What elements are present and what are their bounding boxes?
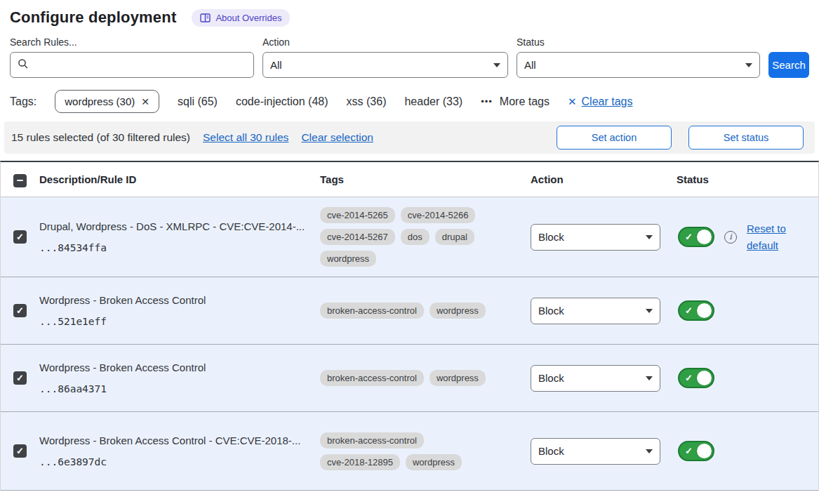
clear-selection-link[interactable]: Clear selection — [301, 131, 373, 144]
tag-filter-xss[interactable]: xss (36) — [347, 95, 387, 108]
set-action-button[interactable]: Set action — [557, 126, 672, 150]
rule-description: Drupal, Wordpress - DoS - XMLRPC - CVE:C… — [39, 220, 320, 234]
rule-action-select[interactable]: Block — [531, 438, 660, 465]
selection-bar: 15 rules selected (of 30 filtered rules)… — [4, 121, 815, 154]
rule-tag: cve-2018-12895 — [320, 454, 400, 470]
reset-to-default-link[interactable]: Reset to default — [747, 220, 793, 254]
check-icon: ✓ — [685, 306, 693, 315]
chevron-down-icon — [745, 63, 752, 67]
rule-tag: wordpress — [320, 251, 376, 267]
tags-label: Tags: — [10, 95, 36, 108]
rule-action-value: Block — [538, 372, 564, 384]
rule-action-value: Block — [538, 305, 564, 317]
tag-chip-label: wordpress (30) — [65, 95, 135, 107]
table-header-row: Description/Rule ID Tags Action Status — [1, 162, 818, 197]
tag-chip-wordpress[interactable]: wordpress (30) ✕ — [55, 90, 159, 113]
rule-id: ...6e3897dc — [39, 456, 320, 467]
check-icon: ✓ — [685, 373, 693, 383]
clear-icon: ✕ — [568, 95, 577, 108]
rule-tag: drupal — [435, 229, 474, 245]
page-title: Configure deployment — [10, 8, 176, 27]
tag-filter-code-injection[interactable]: code-injection (48) — [236, 95, 328, 108]
more-tags-button[interactable]: ••• More tags — [481, 95, 550, 108]
rule-tag: cve-2014-5267 — [320, 229, 395, 245]
column-header-description: Description/Rule ID — [39, 173, 136, 185]
rule-action-select[interactable]: Block — [531, 224, 660, 251]
about-overrides-label: About Overrides — [215, 13, 281, 23]
row-checkbox[interactable]: ✓ — [13, 444, 27, 458]
about-overrides-badge[interactable]: About Overrides — [192, 9, 290, 27]
page-header: Configure deployment About Overrides — [0, 0, 819, 27]
check-icon: ✓ — [685, 232, 693, 241]
column-header-action: Action — [531, 173, 671, 185]
clear-tags-link[interactable]: ✕ Clear tags — [568, 95, 633, 108]
rule-tag: cve-2014-5265 — [320, 207, 395, 223]
rule-action-select[interactable]: Block — [531, 365, 660, 392]
row-checkbox[interactable]: ✓ — [13, 304, 27, 317]
table-row: ✓ Wordpress - Broken Access Control - CV… — [1, 412, 818, 491]
action-filter-select[interactable]: All — [262, 52, 508, 78]
rule-description: Wordpress - Broken Access Control — [39, 362, 320, 375]
close-icon[interactable]: ✕ — [141, 96, 149, 107]
tag-filter-header[interactable]: header (33) — [404, 95, 462, 108]
rule-id: ...84534ffa — [39, 242, 320, 253]
more-tags-label: More tags — [500, 95, 550, 108]
column-header-tags: Tags — [320, 173, 531, 185]
clear-tags-label: Clear tags — [582, 95, 633, 108]
status-filter-select[interactable]: All — [517, 52, 760, 78]
chevron-down-icon — [493, 63, 500, 67]
search-rules-input[interactable] — [10, 52, 254, 78]
action-filter-value: All — [270, 59, 282, 71]
rule-id: ...521e1eff — [39, 316, 320, 327]
search-rules-label: Search Rules... — [10, 37, 254, 48]
ellipsis-icon: ••• — [481, 96, 493, 107]
check-icon: ✓ — [685, 446, 693, 456]
chevron-down-icon — [646, 309, 653, 313]
tag-filter-sqli[interactable]: sqli (65) — [178, 95, 218, 108]
rule-tag: broken-access-control — [320, 303, 424, 319]
column-header-status: Status — [671, 173, 818, 185]
rule-tag: wordpress — [406, 454, 462, 470]
filter-bar: Search Rules... Action All Status All Se… — [0, 37, 819, 78]
status-filter-value: All — [524, 59, 536, 71]
search-button[interactable]: Search — [768, 52, 809, 78]
rule-tag: broken-access-control — [320, 432, 424, 449]
tags-bar: Tags: wordpress (30) ✕ sqli (65) code-in… — [0, 90, 819, 113]
chevron-down-icon — [646, 376, 653, 380]
chevron-down-icon — [646, 235, 653, 239]
search-icon — [18, 58, 29, 72]
rule-action-select[interactable]: Block — [531, 298, 660, 324]
status-toggle[interactable]: ✓ — [678, 227, 714, 247]
row-checkbox[interactable]: ✓ — [13, 371, 27, 385]
table-row: ✓ Wordpress - Broken Access Control ...5… — [1, 277, 818, 345]
status-toggle[interactable]: ✓ — [678, 300, 714, 321]
rule-tag: cve-2014-5266 — [401, 207, 476, 223]
action-filter-label: Action — [262, 37, 508, 48]
book-icon — [200, 13, 211, 22]
rule-tag: wordpress — [430, 370, 486, 386]
rule-description: Wordpress - Broken Access Control - CVE:… — [39, 435, 320, 448]
table-row: ✓ Drupal, Wordpress - DoS - XMLRPC - CVE… — [1, 197, 818, 277]
status-filter-label: Status — [517, 37, 760, 48]
table-row: ✓ Wordpress - Broken Access Control ...8… — [1, 345, 818, 412]
rule-tag: wordpress — [430, 303, 486, 319]
rule-action-value: Block — [538, 445, 564, 457]
rule-description: Wordpress - Broken Access Control — [39, 294, 320, 307]
selection-summary: 15 rules selected (of 30 filtered rules) — [11, 131, 190, 144]
set-status-button[interactable]: Set status — [688, 126, 804, 150]
rules-table: Description/Rule ID Tags Action Status ✓… — [0, 161, 819, 491]
chevron-down-icon — [646, 449, 653, 453]
row-checkbox[interactable]: ✓ — [13, 230, 27, 244]
rule-id: ...86aa4371 — [39, 383, 320, 394]
info-icon[interactable]: i — [724, 231, 737, 244]
rule-tag: broken-access-control — [320, 370, 424, 386]
select-all-link[interactable]: Select all 30 rules — [203, 131, 288, 144]
rule-action-value: Block — [538, 231, 564, 243]
rule-tag: dos — [401, 229, 430, 245]
status-toggle[interactable]: ✓ — [678, 441, 714, 461]
select-all-checkbox[interactable] — [13, 174, 27, 187]
status-toggle[interactable]: ✓ — [678, 368, 714, 388]
